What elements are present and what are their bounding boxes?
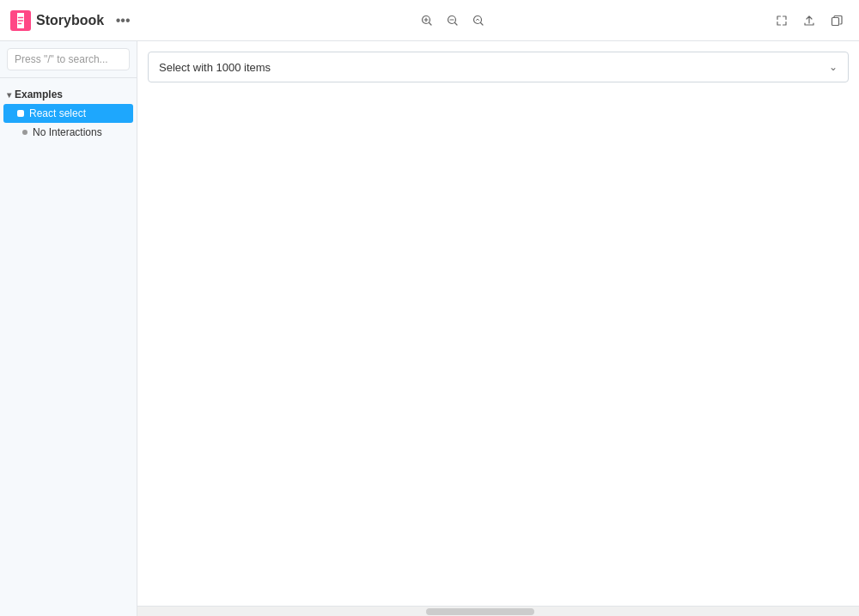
zoom-in-button[interactable]: [415, 9, 439, 33]
sidebar: ▾ Examples React select No Interactions: [0, 41, 137, 616]
zoom-out-icon: [447, 15, 459, 27]
zoom-reset-button[interactable]: [466, 9, 490, 33]
chevron-down-icon: ▾: [7, 90, 11, 100]
nav-sub-dot-no-interactions: [22, 130, 27, 135]
share-button[interactable]: [797, 9, 821, 33]
nav-item-no-interactions[interactable]: No Interactions: [0, 123, 137, 142]
header-left: Storybook •••: [10, 9, 135, 33]
zoom-in-icon: [421, 15, 433, 27]
nav-tree: ▾ Examples React select No Interactions: [0, 78, 137, 616]
storybook-title: Storybook: [36, 13, 104, 28]
scroll-thumb[interactable]: [426, 608, 534, 615]
content-area: Select with 1000 items ⌄: [137, 41, 859, 616]
storybook-logo: Storybook: [10, 10, 104, 31]
select-wrapper: Select with 1000 items ⌄: [148, 52, 849, 82]
nav-item-react-select[interactable]: React select: [3, 104, 133, 123]
fullscreen-button[interactable]: [770, 9, 794, 33]
main-layout: ▾ Examples React select No Interactions …: [0, 41, 859, 616]
copy-canvas-icon: [831, 15, 843, 27]
share-icon: [803, 15, 815, 27]
select-value: Select with 1000 items: [159, 61, 271, 74]
storybook-icon: [10, 10, 31, 31]
nav-item-label-react-select: React select: [29, 107, 86, 119]
examples-group-label: Examples: [15, 88, 63, 101]
nav-item-label-no-interactions: No Interactions: [33, 126, 102, 138]
examples-group-header[interactable]: ▾ Examples: [0, 85, 137, 104]
more-icon: •••: [116, 13, 131, 28]
chevron-down-icon: ⌄: [829, 61, 838, 73]
more-options-button[interactable]: •••: [111, 9, 135, 33]
select-control[interactable]: Select with 1000 items ⌄: [148, 52, 849, 82]
header-actions: [770, 9, 849, 33]
horizontal-scrollbar[interactable]: [137, 606, 859, 616]
preview-area: Select with 1000 items ⌄: [137, 41, 859, 606]
search-box: [0, 41, 137, 78]
copy-canvas-button[interactable]: [825, 9, 849, 33]
zoom-out-button[interactable]: [441, 9, 465, 33]
header: Storybook •••: [0, 0, 859, 41]
zoom-toolbar: [415, 9, 490, 33]
fullscreen-icon: [776, 15, 788, 27]
zoom-reset-icon: [472, 15, 484, 27]
svg-rect-4: [832, 17, 839, 25]
nav-item-dot-react-select: [17, 110, 24, 117]
examples-group: ▾ Examples React select No Interactions: [0, 85, 137, 142]
search-input[interactable]: [7, 48, 130, 70]
